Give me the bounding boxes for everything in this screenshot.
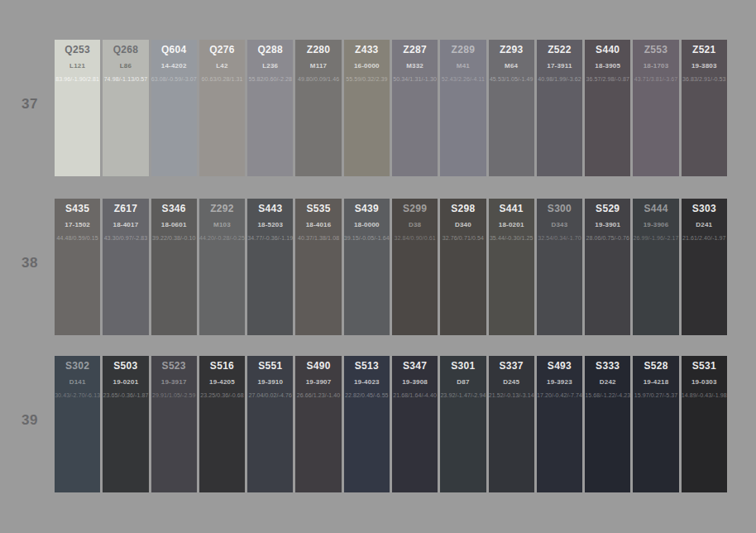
color-swatch-S298[interactable]: S298D34032.76/0.71/0.54 <box>440 199 486 335</box>
swatch-code: S303 <box>682 204 727 214</box>
color-swatch-Z522[interactable]: Z52217-391140.98/1.99/-3.62 <box>537 40 582 176</box>
swatch-lab-values: 30.43/-2.70/-6.13 <box>55 392 100 398</box>
color-swatch-S551[interactable]: S55119-391027.04/0.02/-4.76 <box>247 356 293 492</box>
color-swatch-S337[interactable]: S337D24521.52/-0.13/-3.14 <box>489 356 534 492</box>
swatch-code: Z280 <box>295 45 341 55</box>
color-swatch-Q253[interactable]: Q253L12183.96/-1.90/2.81 <box>55 40 100 176</box>
color-swatch-Z280[interactable]: Z280M11749.80/0.09/1.46 <box>295 40 341 176</box>
color-swatch-Q288[interactable]: Q288L23655.82/0.60/-2.28 <box>247 40 293 176</box>
swatch-band: S302D14130.43/-2.70/-6.13S50319-020123.6… <box>55 356 727 492</box>
swatch-reference-number: L121 <box>55 63 100 70</box>
color-swatch-S531[interactable]: S53119-030314.89/-0.43/-1.98 <box>682 356 727 492</box>
swatch-reference-number: 18-0000 <box>344 222 390 228</box>
swatch-lab-values: 50.34/1.31/-1.30 <box>392 76 438 82</box>
color-swatch-S333[interactable]: S333D24215.68/-1.22/-4.23 <box>585 356 630 492</box>
color-swatch-S493[interactable]: S49319-392317.20/-0.42/-7.74 <box>537 356 582 492</box>
swatch-code: S490 <box>295 361 341 371</box>
color-swatch-S347[interactable]: S34719-390821.68/1.64/-4.40 <box>392 356 438 492</box>
swatch-lab-values: 40.98/1.99/-3.62 <box>537 76 582 82</box>
swatch-reference-number: M64 <box>489 63 534 70</box>
swatch-reference-number: 19-3908 <box>392 379 438 386</box>
color-swatch-S443[interactable]: S44318-520334.77/-0.36/-1.19 <box>247 199 293 335</box>
swatch-code: Z553 <box>633 45 678 55</box>
color-swatch-S490[interactable]: S49019-390726.66/1.23/-1.40 <box>295 356 341 492</box>
color-swatch-S523[interactable]: S52319-391729.91/1.05/-2.59 <box>151 356 197 492</box>
swatch-lab-values: 45.53/1.05/-1.49 <box>489 76 534 82</box>
swatch-reference-number: 18-0201 <box>489 222 534 228</box>
swatch-code: S443 <box>247 204 293 214</box>
swatch-code: Q288 <box>247 45 293 55</box>
color-swatch-Z292[interactable]: Z292M10344.20/-0.28/-0.25 <box>199 199 245 335</box>
color-swatch-Z289[interactable]: Z289M4152.43/2.26/-4.11 <box>440 40 486 176</box>
swatch-lab-values: 32.54/0.34/-1.70 <box>537 235 582 241</box>
swatch-lab-values: 21.68/1.64/-4.40 <box>392 392 438 398</box>
color-swatch-Z287[interactable]: Z287M33250.34/1.31/-1.30 <box>392 40 438 176</box>
color-swatch-Q268[interactable]: Q268L8674.98/-1.13/0.57 <box>103 40 148 176</box>
swatch-lab-values: 52.43/2.26/-4.11 <box>440 76 486 82</box>
swatch-code: Z617 <box>103 204 148 214</box>
swatch-code: S493 <box>537 361 582 371</box>
swatch-code: S531 <box>682 361 727 371</box>
swatch-reference-number: 18-4017 <box>103 222 148 228</box>
swatch-lab-values: 23.92/-1.47/-2.94 <box>440 392 486 398</box>
swatch-code: S439 <box>344 204 390 214</box>
color-swatch-S535[interactable]: S53518-401640.37/1.38/1.08 <box>295 199 341 335</box>
swatch-lab-values: 21.61/2.40/-1.97 <box>682 235 727 241</box>
color-swatch-S528[interactable]: S52819-421815.97/0.27/-5.37 <box>633 356 678 492</box>
color-swatch-Z617[interactable]: Z61718-401743.30/0.97/-2.83 <box>103 199 148 335</box>
color-swatch-Z293[interactable]: Z293M6445.53/1.05/-1.49 <box>489 40 534 176</box>
swatch-lab-values: 44.48/0.59/0.15 <box>55 235 100 241</box>
swatch-code: S529 <box>585 204 630 214</box>
swatch-lab-values: 34.77/-0.36/-1.19 <box>247 235 293 241</box>
color-swatch-S441[interactable]: S44118-020135.44/-0.30/1.25 <box>489 199 534 335</box>
swatch-lab-values: 35.44/-0.30/1.25 <box>489 235 534 241</box>
swatch-band: S43517-150244.48/0.59/0.15Z61718-401743.… <box>55 199 727 335</box>
color-swatch-Z553[interactable]: Z55318-170343.71/3.81/-3.67 <box>633 40 678 176</box>
swatch-reference-number: M103 <box>199 222 245 228</box>
swatch-lab-values: 36.57/2.98/-0.87 <box>585 76 630 82</box>
swatch-code: S513 <box>344 361 390 371</box>
color-swatch-S346[interactable]: S34618-060139.22/0.38/-0.10 <box>151 199 197 335</box>
color-swatch-S302[interactable]: S302D14130.43/-2.70/-6.13 <box>55 356 100 492</box>
swatch-row: 38S43517-150244.48/0.59/0.15Z61718-40174… <box>0 199 756 335</box>
swatch-code: S298 <box>440 204 486 214</box>
swatch-code: S551 <box>247 361 293 371</box>
swatch-reference-number: D245 <box>489 379 534 386</box>
swatch-lab-values: 14.89/-0.43/-1.98 <box>682 392 727 398</box>
swatch-reference-number: 18-3905 <box>585 63 630 70</box>
color-swatch-Z521[interactable]: Z52119-380336.83/2.91/-0.53 <box>682 40 727 176</box>
swatch-lab-values: 39.15/-0.05/-1.64 <box>344 235 390 241</box>
color-swatch-S516[interactable]: S51619-420523.25/0.36/-0.68 <box>199 356 245 492</box>
color-swatch-S435[interactable]: S43517-150244.48/0.59/0.15 <box>55 199 100 335</box>
color-swatch-S303[interactable]: S303D24121.61/2.40/-1.97 <box>682 199 727 335</box>
color-swatch-S300[interactable]: S300D34332.54/0.34/-1.70 <box>537 199 582 335</box>
swatch-code: S435 <box>55 204 100 214</box>
color-swatch-S444[interactable]: S44419-390626.99/-1.96/-2.17 <box>633 199 678 335</box>
swatch-reference-number: L42 <box>199 63 245 70</box>
swatch-lab-values: 44.20/-0.28/-0.25 <box>199 235 245 241</box>
swatch-reference-number: 17-3911 <box>537 63 582 70</box>
color-swatch-S503[interactable]: S50319-020123.65/-0.36/-1.87 <box>103 356 148 492</box>
swatch-code: Z433 <box>344 45 390 55</box>
color-swatch-S439[interactable]: S43918-000039.15/-0.05/-1.64 <box>344 199 390 335</box>
swatch-lab-values: 43.71/3.81/-3.67 <box>633 76 678 82</box>
swatch-code: S528 <box>633 361 678 371</box>
color-swatch-Q276[interactable]: Q276L4260.63/0.28/1.31 <box>199 40 245 176</box>
color-swatch-S513[interactable]: S51319-402322.82/0.45/-6.55 <box>344 356 390 492</box>
swatch-reference-number: 19-3917 <box>151 379 197 386</box>
swatch-code: S302 <box>55 361 100 371</box>
swatch-reference-number: D242 <box>585 379 630 386</box>
color-swatch-Q604[interactable]: Q60414-420263.08/-0.59/-3.07 <box>151 40 197 176</box>
swatch-reference-number: 19-3803 <box>682 63 727 70</box>
color-swatch-S301[interactable]: S301D8723.92/-1.47/-2.94 <box>440 356 486 492</box>
color-swatch-S440[interactable]: S44018-390536.57/2.98/-0.87 <box>585 40 630 176</box>
swatch-code: Q268 <box>103 45 148 55</box>
color-swatch-Z433[interactable]: Z43316-000055.59/0.32/2.39 <box>344 40 390 176</box>
swatch-reference-number: 19-3901 <box>585 222 630 228</box>
color-swatch-S299[interactable]: S299D3832.84/0.90/0.61 <box>392 199 438 335</box>
swatch-code: Q276 <box>199 45 245 55</box>
swatch-reference-number: L236 <box>247 63 293 70</box>
swatch-code: Z292 <box>199 204 245 214</box>
color-swatch-S529[interactable]: S52919-390128.06/0.75/-0.76 <box>585 199 630 335</box>
swatch-reference-number: M332 <box>392 63 438 70</box>
